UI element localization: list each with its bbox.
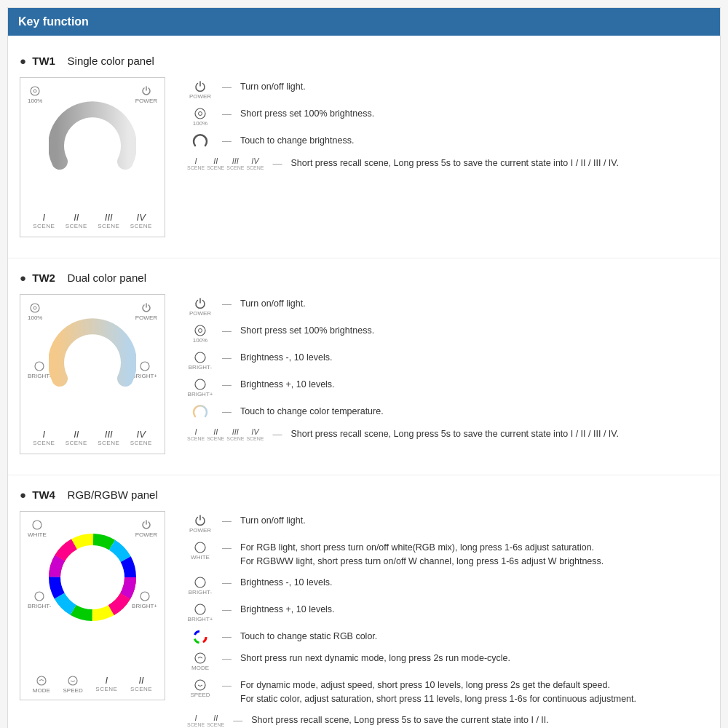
tw4-desc-list: POWER — Turn on/off light. WHITE — For R… (187, 511, 708, 728)
tw4-desc-power: POWER — Turn on/off light. (187, 514, 708, 534)
tw2-desc-100: 100% — Short press set 100% brightness. (187, 324, 708, 344)
tw4-desc-white: WHITE — For RGB light, short press turn … (187, 541, 708, 569)
svg-point-36 (197, 634, 203, 640)
tw1-desc-scene: ISCENE IISCENE IIISCENE IVSCENE — Short … (187, 157, 708, 172)
section-content-tw2: 100% POWER BR (20, 294, 708, 454)
section-content-tw1: 100% POWER (20, 77, 708, 237)
tw1-desc-list: POWER — Turn on/off light. 100% — (187, 77, 708, 172)
svg-point-3 (195, 108, 205, 119)
tw4-desc-mode: MODE — Short press run next dynamic mode… (187, 652, 708, 671)
svg-point-7 (33, 306, 36, 309)
tw1-scene-row: ISCENE IISCENE IIISCENE IVSCENE (20, 212, 165, 229)
tw4-desc-scene: ISCENE IISCENE — Short press recall scen… (187, 713, 708, 728)
tw2-desc-list: POWER — Turn on/off light. 100% — Short … (187, 294, 708, 443)
svg-point-14 (195, 379, 205, 389)
svg-point-6 (31, 304, 39, 312)
tw2-desc-scene: ISCENE IISCENE IIISCENE IVSCENE — Short … (187, 427, 708, 443)
svg-point-30 (195, 542, 205, 553)
svg-point-1 (33, 90, 36, 92)
svg-point-27 (68, 553, 117, 602)
tw4-white-icon: WHITE (28, 519, 47, 538)
tw4-dial (45, 534, 140, 623)
tw2-scene-row: ISCENE IISCENE IIISCENE IVSCENE (20, 429, 165, 446)
header-bar: Key function (8, 8, 720, 36)
svg-point-4 (199, 112, 202, 116)
tw1-power-icon: POWER (135, 85, 157, 104)
svg-point-16 (33, 521, 41, 529)
page: Key function ● TW1 Single color panel (7, 7, 721, 728)
tw1-dial (49, 100, 136, 182)
tw1-100-desc-icon: 100% (187, 107, 213, 127)
tw4-mode-icon: MODE (33, 675, 50, 694)
svg-point-0 (31, 87, 39, 95)
tw2-desc-power: POWER — Turn on/off light. (187, 297, 708, 317)
section-tw4: ● TW4 RGB/RGBW panel WHITE (8, 481, 720, 728)
svg-point-17 (35, 592, 44, 601)
tw1-power-desc-icon: POWER (187, 80, 213, 100)
section-title-tw4: ● TW4 RGB/RGBW panel (20, 488, 708, 501)
svg-point-28 (37, 676, 46, 685)
svg-point-10 (72, 336, 113, 377)
tw1-desc-power: POWER — Turn on/off light. (187, 80, 708, 100)
section-tw2: ● TW2 Dual color panel 100% (8, 264, 720, 469)
tw1-100-icon: 100% (28, 85, 42, 104)
tw1-dial-desc-icon (187, 134, 213, 149)
svg-point-18 (141, 592, 149, 601)
page-title: Key function (18, 15, 89, 28)
tw2-desc-bright-plus: BRIGHT+ — Brightness +, 10 levels. (187, 378, 708, 397)
svg-point-8 (35, 362, 44, 371)
tw2-bright-minus-icon: BRIGHT- (28, 360, 51, 379)
section-title-tw2: ● TW2 Dual color panel (20, 272, 708, 284)
svg-point-9 (141, 362, 149, 371)
svg-point-2 (72, 119, 113, 160)
svg-point-32 (195, 604, 205, 614)
tw1-scene-desc-icon: ISCENE IISCENE IIISCENE IVSCENE (187, 157, 264, 170)
svg-point-13 (195, 352, 205, 363)
tw4-desc-bright-minus: BRIGHT- — Brightness -, 10 levels. (187, 576, 708, 596)
section-tw1: ● TW1 Single color panel 100% (8, 47, 720, 252)
svg-point-38 (195, 680, 205, 690)
tw2-dial (49, 317, 136, 399)
tw2-power-icon: POWER (135, 302, 157, 321)
svg-point-31 (195, 577, 205, 587)
tw1-panel: 100% POWER (20, 77, 165, 237)
tw4-desc-speed: SPEED — For dynamic mode, adjust speed, … (187, 678, 708, 706)
tw2-100-icon: 100% (28, 302, 42, 321)
tw2-desc-dial: — Touch to change color temperature. (187, 405, 708, 420)
svg-point-29 (68, 676, 77, 685)
tw4-panel: WHITE POWER B (20, 511, 165, 700)
tw4-desc-bright-plus: BRIGHT+ — Brightness +, 10 levels. (187, 603, 708, 622)
tw4-speed-icon: SPEED (63, 675, 83, 694)
svg-point-37 (195, 653, 205, 663)
svg-point-12 (199, 329, 202, 333)
svg-point-11 (195, 325, 205, 336)
tw2-panel: 100% POWER BR (20, 294, 165, 454)
section-title-tw1: ● TW1 Single color panel (20, 55, 708, 67)
svg-point-15 (197, 408, 203, 414)
svg-point-5 (197, 138, 203, 143)
tw2-desc-bright-minus: BRIGHT- — Brightness -, 10 levels. (187, 351, 708, 371)
tw4-desc-rgb-dial: — Touch to change static RGB color. (187, 630, 708, 645)
section-content-tw4: WHITE POWER B (20, 511, 708, 728)
tw1-desc-dial: — Touch to change brightness. (187, 134, 708, 149)
tw1-desc-100: 100% — Short press set 100% brightness. (187, 107, 708, 127)
